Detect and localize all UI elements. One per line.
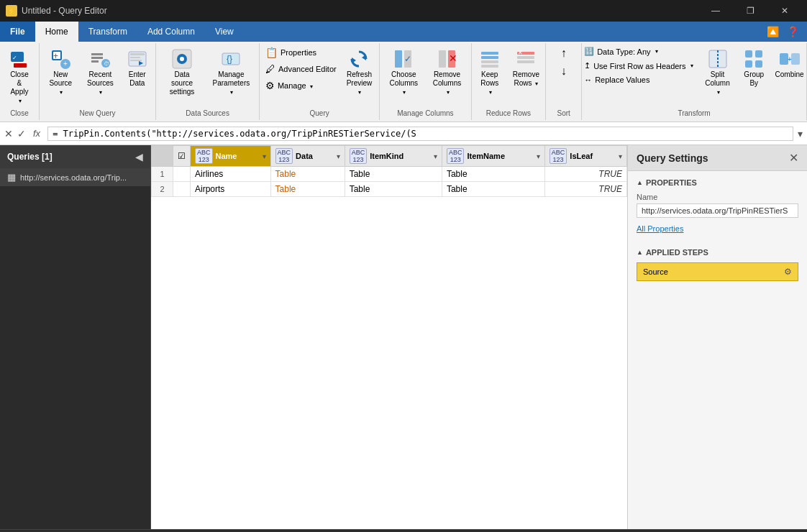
use-first-row-button[interactable]: ↥ Use First Row as Headers ▾ <box>580 59 696 73</box>
combine-button[interactable]: + Combine <box>771 45 807 82</box>
file-tab[interactable]: File <box>0 22 35 42</box>
ribbon-group-sort: ↑ ↓ Sort <box>546 43 582 120</box>
svg-rect-42 <box>755 50 762 58</box>
choose-columns-button[interactable]: ✓ ChooseColumns ▾ <box>383 45 424 99</box>
row-2-name[interactable]: Airports <box>191 182 271 197</box>
formula-expand-button[interactable]: ▾ <box>798 128 803 139</box>
remove-rows-label: RemoveRows ▾ <box>513 70 539 88</box>
col-type-badge-itemkind: ABC123 <box>350 148 368 164</box>
data-source-settings-button[interactable]: Data sourcesettings <box>159 45 205 99</box>
col-header-itemname[interactable]: ABC123 ItemName ▾ <box>442 146 544 167</box>
step-settings-button-0[interactable]: ⚙ <box>784 267 792 277</box>
enter-data-button[interactable]: ▶ EnterData <box>122 45 152 91</box>
close-group-label: Close <box>10 109 29 119</box>
data-area: ☑ ABC123 Name ▾ ABC123 <box>151 145 627 529</box>
sort-buttons: ↑ ↓ <box>557 45 570 80</box>
collapse-ribbon-button[interactable]: 🔼 <box>764 23 781 40</box>
col-filter-data[interactable]: ▾ <box>337 152 340 160</box>
properties-icon: 📋 <box>265 47 278 58</box>
manage-button[interactable]: ⚙ Manage ▾ <box>262 78 340 93</box>
data-type-icon: 🔢 <box>584 47 594 56</box>
app-icon: ⚡ <box>6 5 17 17</box>
properties-button[interactable]: 📋 Properties <box>262 45 340 60</box>
refresh-preview-button[interactable]: RefreshPreview ▾ <box>342 45 378 99</box>
manage-parameters-button[interactable]: {} ManageParameters ▾ <box>206 45 256 99</box>
row-2-num: 2 <box>152 182 173 197</box>
new-source-button[interactable]: ++ NewSource ▾ <box>42 45 79 99</box>
row-1-name[interactable]: Airlines <box>191 167 271 182</box>
data-table: ☑ ABC123 Name ▾ ABC123 <box>151 145 627 197</box>
svg-rect-32 <box>481 56 498 59</box>
sort-desc-button[interactable]: ↓ <box>557 63 570 80</box>
svg-text:✕: ✕ <box>518 50 523 56</box>
tab-transform[interactable]: Transform <box>78 22 137 42</box>
close-button[interactable]: ✕ <box>768 0 801 22</box>
properties-section: PROPERTIES Name All Properties <box>628 171 807 241</box>
new-source-icon: ++ <box>49 47 72 70</box>
use-first-row-arrow: ▾ <box>690 63 693 69</box>
right-panel-close-button[interactable]: ✕ <box>789 151 798 165</box>
col-name-data: Data <box>296 152 313 160</box>
transform-group-label: Transform <box>678 109 710 119</box>
query-group-label: Query <box>309 109 329 119</box>
split-column-button[interactable]: SplitColumn ▾ <box>698 45 737 99</box>
col-filter-itemname[interactable]: ▾ <box>537 152 540 160</box>
row-2-data[interactable]: Table <box>270 182 345 197</box>
tab-home[interactable]: Home <box>35 22 78 42</box>
help-button[interactable]: ❓ <box>784 23 801 40</box>
tab-add-column[interactable]: Add Column <box>137 22 205 42</box>
advanced-editor-label: Advanced Editor <box>278 65 337 73</box>
row-1-data[interactable]: Table <box>270 167 345 182</box>
applied-step-0[interactable]: Source ⚙ <box>637 262 798 281</box>
all-properties-link[interactable]: All Properties <box>637 224 683 233</box>
group-by-label: GroupBy <box>744 70 764 88</box>
keep-rows-button[interactable]: KeepRows ▾ <box>473 45 506 99</box>
query-small-buttons: 📋 Properties 🖊 Advanced Editor ⚙ Manage … <box>262 45 340 93</box>
svg-rect-15 <box>130 57 140 58</box>
replace-values-button[interactable]: ↔ Replace Values <box>580 73 696 86</box>
sort-asc-button[interactable]: ↑ <box>557 45 570 62</box>
ribbon-group-close: ✓ Close &Apply ▾ Close <box>0 43 40 120</box>
minimize-button[interactable]: — <box>699 0 732 22</box>
col-header-checkbox[interactable]: ☑ <box>173 146 191 167</box>
right-panel-title: Query Settings <box>637 152 708 164</box>
formula-input[interactable] <box>47 127 793 141</box>
remove-columns-button[interactable]: ✕ RemoveColumns ▾ <box>426 45 468 99</box>
sort-desc-icon: ↓ <box>561 65 567 78</box>
group-by-button[interactable]: GroupBy <box>738 45 770 91</box>
tab-view[interactable]: View <box>205 22 244 42</box>
col-filter-isleaf[interactable]: ▾ <box>619 152 622 160</box>
use-first-row-icon: ↥ <box>584 61 591 70</box>
table-row: 2 Airports Table Table Table TRUE <box>152 182 627 197</box>
col-header-isleaf[interactable]: ABC123 IsLeaf ▾ <box>544 146 626 167</box>
formula-confirm-button[interactable]: ✓ <box>17 128 26 139</box>
choose-columns-label: ChooseColumns ▾ <box>388 70 419 96</box>
manage-icon: ⚙ <box>265 80 275 91</box>
col-filter-name[interactable]: ▾ <box>263 152 266 160</box>
sidebar-item-0[interactable]: ▦ http://services.odata.org/Trip... <box>0 168 150 186</box>
restore-button[interactable]: ❐ <box>734 0 767 22</box>
close-apply-button[interactable]: ✓ Close &Apply ▾ <box>3 45 36 108</box>
manage-columns-group-label: Manage Columns <box>397 109 453 119</box>
col-header-data[interactable]: ABC123 Data ▾ <box>270 146 345 167</box>
remove-rows-button[interactable]: ✕ RemoveRows ▾ <box>508 45 544 91</box>
data-source-settings-icon <box>170 47 193 70</box>
recent-sources-button[interactable]: ⏱ RecentSources ▾ <box>81 45 120 99</box>
col-header-itemkind[interactable]: ABC123 ItemKind ▾ <box>345 146 442 167</box>
svg-rect-41 <box>745 50 752 58</box>
col-name-itemkind: ItemKind <box>370 152 404 160</box>
svg-rect-14 <box>130 53 145 55</box>
formula-cancel-button[interactable]: ✕ <box>4 128 13 139</box>
data-table-container[interactable]: ☑ ABC123 Name ▾ ABC123 <box>151 145 627 529</box>
ribbon-group-manage-columns: ✓ ChooseColumns ▾ ✕ RemoveColumns ▾ Mana… <box>380 43 471 120</box>
col-header-name[interactable]: ABC123 Name ▾ <box>191 146 271 167</box>
new-source-label: NewSource ▾ <box>47 70 74 96</box>
row-1-isleaf: TRUE <box>544 167 626 182</box>
col-filter-itemkind[interactable]: ▾ <box>434 152 437 160</box>
data-type-button[interactable]: 🔢 Data Type: Any ▾ <box>580 45 696 58</box>
sidebar-collapse-button[interactable]: ◀ <box>135 151 143 162</box>
name-field-value[interactable] <box>637 203 798 218</box>
advanced-editor-button[interactable]: 🖊 Advanced Editor <box>262 61 340 77</box>
manage-label: Manage ▾ <box>278 81 313 90</box>
status-bar: 5 COLUMNS, 2 ROWS PREVIEW DOWNLOADED AT … <box>0 529 807 532</box>
